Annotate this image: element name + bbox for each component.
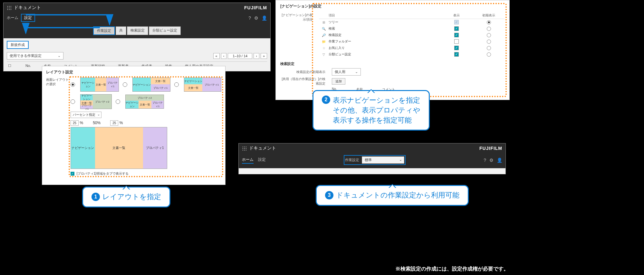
show-checkbox[interactable] <box>454 46 459 50</box>
favorite-icon: ☆ <box>319 46 329 50</box>
initial-radio[interactable] <box>487 27 491 31</box>
thumb-prop: プロパティ1 <box>202 78 221 91</box>
help-icon[interactable]: ? <box>248 15 251 21</box>
initial-radio[interactable] <box>487 20 491 24</box>
nav-item-label: お気に入り <box>329 46 440 50</box>
layout-thumb-2[interactable]: ナビゲーション 文書一覧 プロパティ1 <box>132 78 170 92</box>
layout-thumb-3[interactable]: ナビゲーション 文書一覧 プロパティ1 <box>184 78 221 92</box>
show-checkbox[interactable] <box>454 33 459 37</box>
tab-settings[interactable]: 設定 <box>258 156 266 164</box>
breadcrumb-home[interactable]: ホーム <box>7 15 18 21</box>
filter-icon: ▽ <box>319 53 329 56</box>
pct-input-1[interactable]: 25 <box>71 120 79 126</box>
show-checkbox[interactable] <box>454 39 459 44</box>
main-window: ドキュメント FUJIFILM ホーム 設定 ? ⚙ 👤 作業設定 共 検索設定… <box>3 3 271 71</box>
add-button[interactable]: 追加 <box>332 78 345 85</box>
tab-view-settings[interactable]: 分類ビュー設定 <box>149 26 181 35</box>
search-share-label: [共用（現在の作業設定）]の検索設定 <box>280 77 325 86</box>
th-initial: 初期表示 <box>473 13 505 18</box>
tab-share[interactable]: 共 <box>116 26 126 35</box>
layout-radio-1[interactable] <box>71 82 76 87</box>
app-menu-icon[interactable] <box>242 146 246 151</box>
user-icon[interactable]: 👤 <box>497 158 502 163</box>
layout-radio-5[interactable] <box>116 99 121 104</box>
callout-3-text: ドキュメントの作業設定から利用可能 <box>336 190 459 200</box>
layout-settings-panel: レイアウト設定 画面レイアウトの選択 ナビゲーション 文書一覧 プロパティ1 ナ… <box>42 66 226 185</box>
layout-thumb-5[interactable]: プロパティ2 ナビゲーション 文書一覧 プロパティ1 <box>125 95 164 109</box>
initial-radio[interactable] <box>487 40 491 44</box>
thumb-prop: プロパティ1 <box>81 105 93 109</box>
gear-icon[interactable]: ⚙ <box>489 158 494 163</box>
preview-nav: ナビゲーション <box>71 127 95 169</box>
gear-icon[interactable]: ⚙ <box>254 15 258 21</box>
nav-settings-title: [ナビゲーション]の設定 <box>280 4 505 9</box>
pct-suffix: % <box>80 121 83 125</box>
layout-preview: ナビゲーション 文書一覧 プロパティ1 <box>71 127 167 169</box>
thumb-prop2: プロパティ2 <box>126 95 164 101</box>
filter-dropdown-label: 使用できる作業設定 <box>10 53 42 58</box>
thumb-nav: ナビゲーション <box>126 101 139 108</box>
search-initial-dropdown[interactable]: 個人用 <box>332 68 361 76</box>
callout-3: 3 ドキュメントの作業設定から利用可能 <box>316 185 469 206</box>
work-settings-selector: 作業設定 標準 <box>344 155 406 165</box>
nav-item-row: 🔎検索設定 <box>319 32 505 38</box>
footnote: ※検索設定の作成には、設定作成権が必要です。 <box>395 266 509 272</box>
user-icon[interactable]: 👤 <box>262 15 267 21</box>
search-settings-icon: 🔎 <box>319 33 329 37</box>
nav-item-row: ☆お気に入り <box>319 45 505 51</box>
pct-suffix: % <box>97 121 101 125</box>
pager-first[interactable]: « <box>213 53 220 59</box>
tab-work-settings[interactable]: 作業設定 <box>93 26 115 35</box>
callout-1: 1 レイアウトを指定 <box>82 187 170 207</box>
nav-item-row: ▽分類ビュー設定 <box>319 51 505 58</box>
app-menu-icon[interactable] <box>7 5 11 10</box>
nav-item-label: 作業フォルダー <box>329 39 440 44</box>
show-checkbox <box>454 20 459 24</box>
thumb-prop2: プロパティ2 <box>93 95 111 109</box>
pager-range[interactable]: 1–10 / 14 <box>228 53 252 59</box>
thumb-prop: プロパティ1 <box>151 101 164 108</box>
initial-radio[interactable] <box>487 33 491 37</box>
layout-title: レイアウト設定 <box>46 69 221 75</box>
filter-dropdown[interactable]: 使用できる作業設定 <box>7 52 63 60</box>
pct-suffix: % <box>120 121 123 125</box>
col-checkbox[interactable] <box>8 64 13 69</box>
navigation-settings-panel: [ナビゲーション]の設定 [ナビゲーション]の表示項目 項目 表示 初期表示 ⊞… <box>275 0 510 100</box>
layout-radio-3[interactable] <box>174 82 180 87</box>
pager: « ‹ 1–10 / 14 › » <box>213 53 267 59</box>
layout-radio-2[interactable] <box>123 82 129 87</box>
settings-toolbar: 作業設定 共 検索設定 分類ビュー設定 <box>4 24 270 38</box>
breadcrumb-settings[interactable]: 設定 <box>21 14 35 22</box>
pager-next[interactable]: › <box>254 53 259 59</box>
nav-items-table: 項目 表示 初期表示 ⊞ツリー🔍検索🔎検索設定📁作業フォルダー☆お気に入り▽分類… <box>319 12 505 58</box>
pager-prev[interactable]: ‹ <box>221 53 227 59</box>
work-settings-dropdown[interactable]: 標準 <box>362 156 404 164</box>
help-icon[interactable]: ? <box>484 158 486 163</box>
tab-display-checkbox[interactable] <box>71 172 76 175</box>
thumb-prop: プロパティ1 <box>106 78 119 91</box>
thumb-list: 文書一覧 <box>184 84 202 91</box>
tab-home[interactable]: ホーム <box>242 156 254 164</box>
nav-item-label: 検索設定 <box>329 33 440 37</box>
tab-search-settings[interactable]: 検索設定 <box>127 26 148 35</box>
initial-radio[interactable] <box>487 46 491 50</box>
percent-mode-dropdown[interactable]: パーセント指定 <box>71 112 101 118</box>
breadcrumb-bar: ホーム 設定 ? ⚙ 👤 <box>4 13 270 24</box>
callout-1-num: 1 <box>91 193 100 201</box>
layout-thumb-1[interactable]: ナビゲーション 文書一覧 プロパティ1 <box>80 78 119 92</box>
show-checkbox[interactable] <box>454 26 459 31</box>
layout-thumb-4[interactable]: ナビゲーション 文書一覧 プロパティ1 プロパティ2 <box>80 94 112 109</box>
pct-input-3[interactable]: 25 <box>110 120 118 126</box>
new-button[interactable]: 新規作成 <box>7 41 29 49</box>
callout-2-num: 2 <box>322 96 330 104</box>
layout-radio-4[interactable] <box>71 99 76 104</box>
pager-last[interactable]: » <box>261 53 267 59</box>
work-settings-value: 標準 <box>365 158 372 162</box>
show-checkbox[interactable] <box>454 52 459 57</box>
brand-logo: FUJIFILM <box>479 146 502 151</box>
thumb-list: 文書一覧 <box>139 101 151 108</box>
brand-logo: FUJIFILM <box>244 5 267 10</box>
nav-item-row: 🔍検索 <box>319 25 505 32</box>
initial-radio[interactable] <box>487 52 491 57</box>
search-initial-value: 個人用 <box>335 69 345 74</box>
